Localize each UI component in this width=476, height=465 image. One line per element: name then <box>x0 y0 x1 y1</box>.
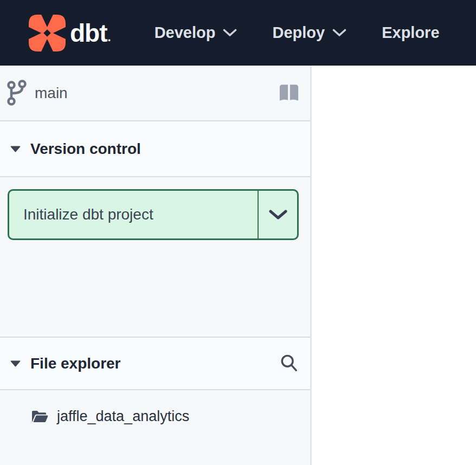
initialize-options-dropdown-button[interactable] <box>258 191 297 238</box>
top-navbar: dbt . Develop Deploy Explore <box>0 0 476 66</box>
version-control-panel: Initialize dbt project <box>0 177 310 337</box>
nav-explore[interactable]: Explore <box>382 24 439 42</box>
chevron-down-icon <box>332 29 346 37</box>
file-explorer-title: File explorer <box>30 355 121 372</box>
open-book-icon[interactable] <box>279 83 299 102</box>
brand-name: dbt <box>70 18 107 48</box>
nav-deploy[interactable]: Deploy <box>272 24 346 42</box>
current-branch-label: main <box>35 85 68 102</box>
file-explorer-header[interactable]: File explorer <box>0 338 310 389</box>
nav-explore-label: Explore <box>382 24 439 42</box>
file-explorer-panel: jaffle_data_analytics <box>0 390 310 465</box>
folder-name-label: jaffle_data_analytics <box>57 408 189 425</box>
branch-row: main <box>0 66 310 120</box>
dbt-logo-icon <box>29 14 66 52</box>
nav-deploy-label: Deploy <box>272 24 325 42</box>
version-control-header[interactable]: Version control <box>0 121 310 176</box>
brand-trademark: . <box>108 30 111 44</box>
editor-empty-area <box>312 66 476 465</box>
initialize-dbt-project-label: Initialize dbt project <box>23 206 153 223</box>
version-control-title: Version control <box>30 140 141 158</box>
ide-sidebar: main Version control Initialize dbt proj… <box>0 66 310 465</box>
dbt-brand[interactable]: dbt . <box>29 14 111 52</box>
nav-develop[interactable]: Develop <box>155 24 237 42</box>
caret-down-icon <box>10 360 21 367</box>
initialize-split-button: Initialize dbt project <box>8 189 299 240</box>
caret-down-icon <box>10 145 21 152</box>
initialize-dbt-project-button[interactable]: Initialize dbt project <box>9 191 258 238</box>
search-icon[interactable] <box>280 353 298 374</box>
chevron-down-icon <box>269 210 287 220</box>
open-folder-icon <box>31 409 48 424</box>
git-branch-icon <box>7 79 27 107</box>
file-tree-item-folder[interactable]: jaffle_data_analytics <box>0 405 310 427</box>
nav-develop-label: Develop <box>155 24 216 42</box>
chevron-down-icon <box>223 29 237 37</box>
